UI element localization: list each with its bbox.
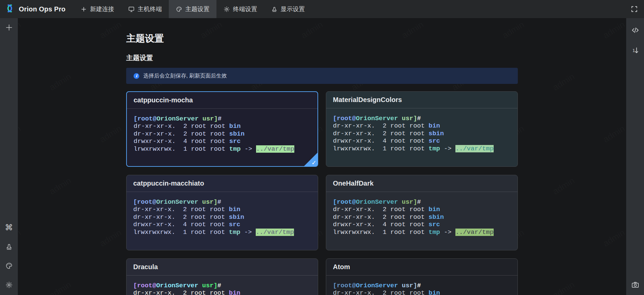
plus-icon [81,6,87,12]
terminal-line: [root@OrionServer usr]# [333,198,511,206]
terminal-line: dr-xr-xr-x. 2 root root bin [333,122,511,130]
tab-new-connection[interactable]: 新建连接 [73,0,121,18]
terminal-line: [root@OrionServer usr]# [333,115,511,122]
theme-card-catppuccin-mocha[interactable]: catppuccin-mocha [root@OrionServer usr]#… [126,91,318,167]
theme-card-Atom[interactable]: Atom [root@OrionServer usr]#dr-xr-xr-x. … [326,258,518,295]
app-logo-icon [5,3,15,15]
terminal-preview: [root@OrionServer usr]#dr-xr-xr-x. 2 roo… [326,192,517,250]
terminal-line: dr-xr-xr-x. 2 root root bin [333,206,511,213]
page-title: 主题设置 [126,33,518,44]
brand: Orion Ops Pro [0,0,65,18]
terminal-line: [root@OrionServer usr]# [333,282,511,289]
terminal-line: dr-xr-xr-x. 2 root root sbin [134,130,311,138]
theme-name: Dracula [133,263,158,271]
app-title: Orion Ops Pro [19,5,65,13]
terminal-line: drwxr-xr-x. 4 root root src [333,221,511,228]
terminal-line: drwxr-xr-x. 4 root root src [133,221,311,228]
tab-label: 主题设置 [185,5,209,13]
monitor-icon [128,6,135,12]
terminal-preview: [root@OrionServer usr]#dr-xr-xr-x. 2 roo… [127,276,318,295]
tab-label: 显示设置 [281,5,305,13]
theme-name: catppuccin-mocha [134,96,193,104]
plus-icon [5,23,13,32]
right-sidebar: 1 [626,18,644,295]
theme-card-header: OneHalfDark [326,175,517,192]
theme-card-header: Dracula [127,259,318,276]
gear-icon [224,6,230,12]
theme-name: Atom [333,263,350,271]
theme-card-header: MaterialDesignColors [326,92,517,108]
terminal-line: drwxr-xr-x. 4 root root src [134,138,311,145]
theme-name: MaterialDesignColors [333,96,402,104]
theme-card-MaterialDesignColors[interactable]: MaterialDesignColors [root@OrionServer u… [326,91,518,167]
terminal-line: lrwxrwxrwx. 1 root root tmp -> ../var/tm… [333,145,511,152]
terminal-preview: [root@OrionServer usr]#dr-xr-xr-x. 2 roo… [127,109,317,166]
command-icon[interactable]: ⌘ [0,220,18,235]
terminal-line: dr-xr-xr-x. 2 root root sbin [133,213,311,221]
gear-icon[interactable] [0,278,18,292]
svg-text:1: 1 [632,48,635,53]
terminal-preview: [root@OrionServer usr]#dr-xr-xr-x. 2 roo… [127,192,318,250]
top-bar: Orion Ops Pro 新建连接 主机终端 [0,0,644,18]
theme-card-header: catppuccin-mocha [127,92,317,109]
sort-icon[interactable]: 1 [626,43,644,58]
theme-name: catppuccin-macchiato [133,180,204,187]
terminal-line: dr-xr-xr-x. 2 root root bin [133,206,311,213]
main-area: adminadminadminadminadminadminadminadmin… [18,18,626,295]
terminal-line: lrwxrwxrwx. 1 root root tmp -> ../var/tm… [134,145,311,153]
terminal-line: dr-xr-xr-x. 2 root root sbin [333,213,511,221]
tab-host-terminal[interactable]: 主机终端 [121,0,169,18]
terminal-line: dr-xr-xr-x. 2 root root bin [333,289,511,295]
theme-name: OneHalfDark [333,180,374,187]
terminal-line: lrwxrwxrwx. 1 root root tmp -> ../var/tm… [333,229,511,236]
theme-card-Dracula[interactable]: Dracula [root@OrionServer usr]#dr-xr-xr-… [126,258,318,295]
terminal-line: [root@OrionServer usr]# [134,115,311,122]
terminal-line: lrwxrwxrwx. 1 root root tmp -> ../var/tm… [133,229,311,236]
stamp-icon [271,6,278,12]
terminal-line: [root@OrionServer usr]# [133,198,311,206]
check-icon: ✓ [311,159,316,166]
main-tabs: 新建连接 主机终端 主题设置 [73,0,312,18]
tab-display-settings[interactable]: 显示设置 [264,0,312,18]
theme-card-OneHalfDark[interactable]: OneHalfDark [root@OrionServer usr]#dr-xr… [326,175,518,250]
tab-label: 终端设置 [233,5,257,13]
add-connection-button[interactable] [0,20,18,35]
theme-card-catppuccin-macchiato[interactable]: catppuccin-macchiato [root@OrionServer u… [126,175,318,250]
tab-terminal-settings[interactable]: 终端设置 [216,0,264,18]
tab-theme-settings[interactable]: 主题设置 [169,0,216,18]
theme-card-header: Atom [326,259,517,276]
fullscreen-icon[interactable] [631,5,638,13]
tab-label: 新建连接 [90,5,114,13]
tab-label: 主机终端 [138,5,162,13]
terminal-line: dr-xr-xr-x. 2 root root bin [134,122,311,130]
camera-icon[interactable] [626,278,644,292]
palette-icon[interactable] [0,258,18,273]
terminal-line: drwxr-xr-x. 4 root root src [333,137,511,145]
theme-card-header: catppuccin-macchiato [127,175,318,192]
code-icon[interactable] [626,23,644,38]
stamp-icon[interactable] [0,239,18,254]
section-title: 主题设置 [126,54,518,62]
info-icon: i [134,73,139,79]
info-alert: i 选择后会立刻保存, 刷新页面后生效 [126,68,518,84]
palette-icon [176,6,182,12]
terminal-preview: [root@OrionServer usr]#dr-xr-xr-x. 2 roo… [326,108,517,166]
terminal-line: dr-xr-xr-x. 2 root root sbin [333,130,511,137]
terminal-preview: [root@OrionServer usr]#dr-xr-xr-x. 2 roo… [326,276,517,295]
terminal-line: [root@OrionServer usr]# [133,282,311,289]
terminal-line: dr-xr-xr-x. 2 root root bin [133,289,311,295]
left-sidebar: ⌘ [0,18,18,295]
alert-text: 选择后会立刻保存, 刷新页面后生效 [143,72,227,80]
theme-grid: catppuccin-mocha [root@OrionServer usr]#… [126,91,518,295]
